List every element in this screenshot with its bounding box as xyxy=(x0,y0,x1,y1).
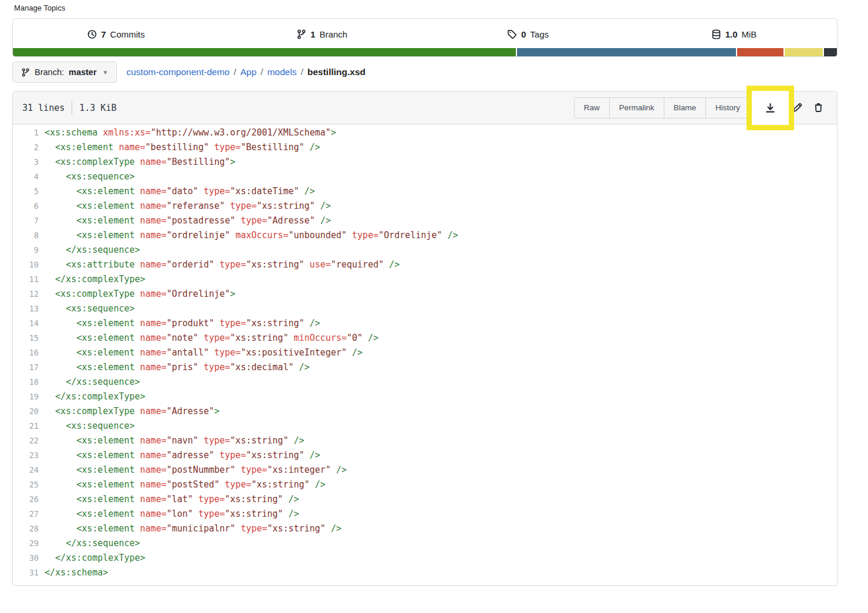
code-line: 28 <xs:element name="municipalnr" type="… xyxy=(13,521,837,536)
line-number[interactable]: 23 xyxy=(13,448,39,463)
history-button[interactable]: History xyxy=(705,97,750,118)
line-number[interactable]: 22 xyxy=(13,433,39,448)
line-number[interactable]: 8 xyxy=(13,228,39,243)
stat-tags[interactable]: 0 Tags xyxy=(425,29,631,39)
breadcrumb-dir-link[interactable]: App xyxy=(241,67,257,77)
line-number[interactable]: 19 xyxy=(13,390,39,404)
stat-value: 7 xyxy=(101,29,106,39)
raw-button[interactable]: Raw xyxy=(574,97,610,118)
download-button[interactable] xyxy=(752,91,789,125)
language-bar-segment[interactable] xyxy=(785,48,822,56)
language-bar[interactable] xyxy=(13,48,837,56)
line-number[interactable]: 28 xyxy=(13,521,39,536)
line-number[interactable]: 25 xyxy=(13,477,39,492)
line-number[interactable]: 20 xyxy=(13,404,39,419)
line-number[interactable]: 11 xyxy=(13,272,39,287)
permalink-button[interactable]: Permalink xyxy=(609,97,664,118)
line-number[interactable]: 13 xyxy=(13,302,39,316)
breadcrumb-repo-link[interactable]: custom-component-demo xyxy=(126,67,229,77)
code-line-content: <xs:element name="ordrelinje" maxOccurs=… xyxy=(39,228,458,243)
line-number[interactable]: 1 xyxy=(13,126,39,140)
code-line: 12 <xs:complexType name="Ordrelinje"> xyxy=(13,287,837,302)
language-bar-segment[interactable] xyxy=(13,48,516,56)
history-icon xyxy=(87,29,97,39)
code-line-content: <xs:complexType name="Bestilling"> xyxy=(39,155,235,170)
manage-topics-link[interactable]: Manage Topics xyxy=(14,4,65,12)
code-line-content: <xs:element name="postNummber" type="xs:… xyxy=(39,463,347,477)
repo-stats-box: 7 Commits 1 Branch 0 Tags xyxy=(12,18,837,57)
code-line: 31</xs:schema> xyxy=(13,565,837,580)
line-number[interactable]: 26 xyxy=(13,492,39,507)
code-line-content: <xs:element name="lon" type="xs:string" … xyxy=(39,507,299,521)
code-line-content: <xs:element name="adresse" type="xs:stri… xyxy=(39,448,320,463)
line-number[interactable]: 6 xyxy=(13,199,39,214)
edit-button[interactable] xyxy=(788,97,806,118)
code-line-content: <xs:element name="navn" type="xs:string"… xyxy=(39,433,305,448)
line-number[interactable]: 30 xyxy=(13,551,39,565)
divider xyxy=(72,101,72,114)
breadcrumb-separator: / xyxy=(234,67,236,77)
line-number[interactable]: 29 xyxy=(13,536,39,551)
branch-row: Branch: master ▼ custom-component-demo /… xyxy=(12,62,837,83)
file-lines-count: 31 lines xyxy=(22,103,65,113)
line-number[interactable]: 31 xyxy=(13,565,39,580)
code-line-content: </xs:sequence> xyxy=(39,243,140,258)
line-number[interactable]: 5 xyxy=(13,184,39,199)
line-number[interactable]: 2 xyxy=(13,140,39,155)
stat-size[interactable]: 1.0 MiB xyxy=(631,29,837,39)
line-number[interactable]: 16 xyxy=(13,346,39,360)
blame-button[interactable]: Blame xyxy=(664,97,706,118)
stat-value: 0 xyxy=(521,29,526,39)
branch-selector[interactable]: Branch: master ▼ xyxy=(12,62,117,83)
branch-icon xyxy=(21,68,30,77)
code-line-content: </xs:sequence> xyxy=(39,375,140,390)
line-number[interactable]: 9 xyxy=(13,243,39,258)
line-number[interactable]: 12 xyxy=(13,287,39,302)
stat-branches[interactable]: 1 Branch xyxy=(219,29,425,39)
code-line: 19 </xs:complexType> xyxy=(13,390,837,404)
line-number[interactable]: 21 xyxy=(13,419,39,433)
line-number[interactable]: 14 xyxy=(13,316,39,331)
code-line: 22 <xs:element name="navn" type="xs:stri… xyxy=(13,433,837,448)
download-icon xyxy=(765,103,776,114)
stat-commits[interactable]: 7 Commits xyxy=(13,29,219,39)
code-line: 30 </xs:complexType> xyxy=(13,551,837,565)
code-line-content: <xs:element name="lat" type="xs:string" … xyxy=(39,492,299,507)
code-line: 3 <xs:complexType name="Bestilling"> xyxy=(13,155,837,170)
code-line-content: </xs:complexType> xyxy=(39,390,146,404)
language-bar-segment[interactable] xyxy=(824,48,837,56)
code-line: 6 <xs:element name="referanse" type="xs:… xyxy=(13,199,837,214)
code-line: 10 <xs:attribute name="orderid" type="xs… xyxy=(13,258,837,272)
stat-value: 1 xyxy=(310,29,315,39)
language-bar-segment[interactable] xyxy=(517,48,736,56)
delete-button[interactable] xyxy=(809,97,828,118)
code-line: 1<xs:schema xmlns:xs="http://www.w3.org/… xyxy=(13,126,837,140)
stat-value: 1.0 xyxy=(725,29,738,39)
chevron-down-icon: ▼ xyxy=(103,69,109,76)
stat-label: Tags xyxy=(530,29,549,39)
code-line: 17 <xs:element name="pris" type="xs:deci… xyxy=(13,360,837,375)
line-number[interactable]: 7 xyxy=(13,214,39,228)
code-line-content: </xs:complexType> xyxy=(39,272,146,287)
stat-label: Commits xyxy=(110,29,145,39)
line-number[interactable]: 4 xyxy=(13,170,39,184)
line-number[interactable]: 15 xyxy=(13,331,39,346)
code-line-content: <xs:element name="postadresse" type="Adr… xyxy=(39,214,331,228)
code-line: 21 <xs:sequence> xyxy=(13,419,837,433)
code-line-content: <xs:element name="antall" type="xs:posit… xyxy=(39,346,363,360)
branch-name: master xyxy=(69,67,97,77)
line-number[interactable]: 18 xyxy=(13,375,39,390)
language-bar-segment[interactable] xyxy=(737,48,784,56)
line-number[interactable]: 10 xyxy=(13,258,39,272)
stat-label: Branch xyxy=(319,29,347,39)
breadcrumb-separator: / xyxy=(300,67,303,77)
breadcrumb-dir-link[interactable]: models xyxy=(267,67,296,77)
line-number[interactable]: 24 xyxy=(13,463,39,477)
code-line: 8 <xs:element name="ordrelinje" maxOccur… xyxy=(13,228,837,243)
line-number[interactable]: 3 xyxy=(13,155,39,170)
line-number[interactable]: 17 xyxy=(13,360,39,375)
code-line: 2 <xs:element name="bestilling" type="Be… xyxy=(13,140,837,155)
line-number[interactable]: 27 xyxy=(13,507,39,521)
code-line: 13 <xs:sequence> xyxy=(13,302,837,316)
tag-icon xyxy=(507,29,517,39)
